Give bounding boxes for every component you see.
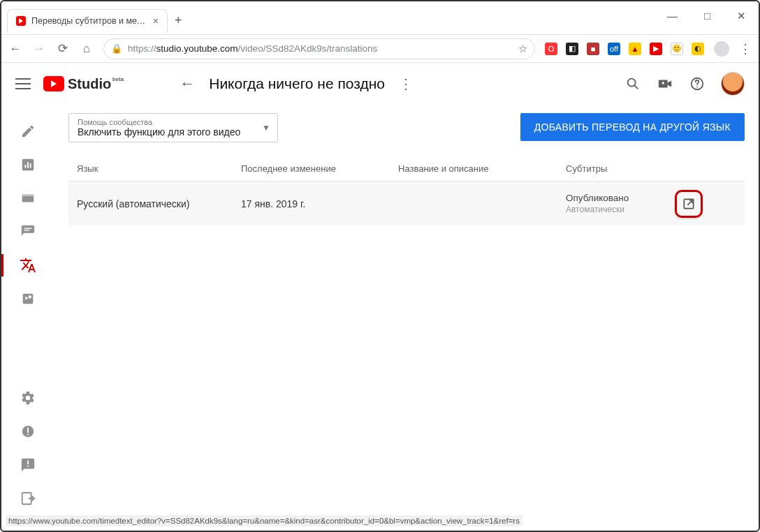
svg-rect-10 bbox=[30, 163, 31, 168]
search-icon[interactable] bbox=[624, 75, 641, 92]
window-close[interactable]: ✕ bbox=[737, 10, 746, 22]
extension-icon[interactable]: ▶ bbox=[650, 43, 662, 55]
table-row[interactable]: Русский (автоматически) 17 янв. 2019 г. … bbox=[68, 182, 745, 226]
svg-rect-24 bbox=[27, 461, 29, 465]
youtube-favicon bbox=[16, 16, 26, 26]
svg-rect-13 bbox=[24, 195, 25, 195]
extension-icon[interactable]: ▲ bbox=[629, 43, 641, 55]
nav-reload-icon[interactable]: ⟳ bbox=[56, 41, 70, 56]
svg-rect-16 bbox=[31, 195, 33, 195]
extension-icon[interactable]: ■ bbox=[587, 43, 599, 55]
svg-line-1 bbox=[634, 85, 638, 89]
sidebar-item-comments[interactable] bbox=[1, 215, 54, 249]
create-video-icon[interactable] bbox=[657, 75, 673, 92]
extension-icon[interactable]: 🙂 bbox=[671, 43, 683, 55]
tab-close-icon[interactable]: × bbox=[153, 15, 159, 27]
sidebar-item-settings[interactable] bbox=[1, 381, 54, 415]
svg-rect-22 bbox=[27, 428, 29, 433]
sidebar-item-whatsnew[interactable] bbox=[1, 415, 54, 448]
chevron-down-icon: ▼ bbox=[262, 123, 270, 133]
svg-rect-15 bbox=[29, 195, 30, 195]
add-translation-button[interactable]: ДОБАВИТЬ ПЕРЕВОД НА ДРУГОЙ ЯЗЫК bbox=[520, 113, 745, 141]
tab-title: Переводы субтитров и метадан... bbox=[31, 16, 147, 26]
bookmark-star-icon[interactable]: ☆ bbox=[518, 43, 527, 55]
sidebar-item-details[interactable] bbox=[1, 114, 54, 148]
sidebar-item-analytics[interactable] bbox=[1, 148, 54, 182]
status-bar-url: https://www.youtube.com/timedtext_editor… bbox=[6, 515, 522, 526]
dropdown-value: Включить функцию для этого видео bbox=[78, 126, 269, 138]
svg-rect-19 bbox=[23, 294, 34, 304]
channel-avatar[interactable] bbox=[721, 72, 745, 96]
main-content: Помощь сообщества Включить функцию для э… bbox=[54, 105, 759, 515]
window-maximize[interactable]: □ bbox=[704, 10, 710, 22]
nav-forward-icon[interactable]: → bbox=[32, 42, 46, 56]
extensions-area: O ◧ ■ off ▲ ▶ 🙂 ◐ bbox=[545, 43, 704, 55]
cell-subtitles: Опубликовано Автоматически bbox=[566, 193, 736, 214]
svg-point-25 bbox=[27, 466, 29, 467]
extension-icon[interactable]: ◐ bbox=[692, 43, 704, 55]
sidebar bbox=[1, 105, 54, 515]
browser-tabstrip: Переводы субтитров и метадан... × + bbox=[1, 7, 759, 35]
svg-rect-9 bbox=[27, 162, 29, 168]
window-minimize[interactable]: — bbox=[667, 10, 678, 22]
sidebar-item-feedback[interactable] bbox=[1, 448, 54, 482]
community-help-dropdown[interactable]: Помощь сообщества Включить функцию для э… bbox=[68, 113, 278, 142]
extension-icon[interactable]: O bbox=[545, 43, 557, 55]
open-external-icon bbox=[682, 197, 696, 211]
url-text: https://studio.youtube.com/video/SSd82AK… bbox=[128, 43, 377, 54]
svg-point-20 bbox=[28, 295, 31, 299]
page-title: Никогда ничего не поздно bbox=[209, 75, 385, 92]
studio-header: Studiobeta ← Никогда ничего не поздно ⋮ bbox=[1, 63, 759, 105]
sidebar-item-translations[interactable] bbox=[1, 249, 54, 282]
extension-icon[interactable]: off bbox=[608, 43, 620, 55]
svg-rect-4 bbox=[663, 82, 664, 84]
column-subtitles: Субтитры bbox=[566, 163, 736, 174]
sidebar-item-other[interactable] bbox=[1, 282, 54, 316]
studio-logo[interactable]: Studiobeta bbox=[43, 76, 111, 92]
browser-menu-icon[interactable]: ⋮ bbox=[739, 41, 752, 57]
cell-language: Русский (автоматически) bbox=[77, 198, 241, 209]
dropdown-label: Помощь сообщества bbox=[78, 118, 269, 126]
nav-home-icon[interactable]: ⌂ bbox=[80, 42, 94, 56]
svg-rect-14 bbox=[26, 195, 27, 195]
new-tab-button[interactable]: + bbox=[175, 13, 182, 28]
svg-rect-18 bbox=[24, 230, 29, 230]
svg-point-6 bbox=[696, 87, 698, 88]
studio-logo-text: Studiobeta bbox=[68, 76, 111, 92]
profile-avatar[interactable] bbox=[714, 41, 729, 57]
svg-rect-17 bbox=[24, 228, 32, 229]
youtube-logo-icon bbox=[43, 76, 64, 91]
svg-point-23 bbox=[27, 434, 29, 435]
table-header: Язык Последнее изменение Название и опис… bbox=[68, 156, 745, 182]
help-icon[interactable] bbox=[689, 75, 706, 92]
svg-point-0 bbox=[628, 79, 636, 87]
lock-icon: 🔒 bbox=[111, 43, 122, 54]
cell-modified: 17 янв. 2019 г. bbox=[241, 198, 398, 209]
column-title-desc: Название и описание bbox=[398, 163, 566, 174]
subtitle-status: Опубликовано bbox=[566, 193, 736, 203]
svg-rect-8 bbox=[24, 165, 26, 168]
subtitle-auto-label: Автоматически bbox=[566, 205, 736, 214]
omnibox[interactable]: 🔒 https://studio.youtube.com/video/SSd82… bbox=[103, 38, 535, 59]
column-modified: Последнее изменение bbox=[241, 163, 398, 174]
menu-burger-icon[interactable] bbox=[15, 78, 31, 89]
open-in-editor-button[interactable] bbox=[675, 190, 703, 218]
extension-icon[interactable]: ◧ bbox=[566, 43, 578, 55]
sidebar-item-classic[interactable] bbox=[1, 482, 54, 515]
more-options-icon[interactable]: ⋮ bbox=[399, 75, 413, 92]
back-arrow-icon[interactable]: ← bbox=[180, 75, 195, 93]
nav-back-icon[interactable]: ← bbox=[8, 42, 22, 56]
sidebar-item-editor[interactable] bbox=[1, 182, 54, 215]
browser-toolbar: ← → ⟳ ⌂ 🔒 https://studio.youtube.com/vid… bbox=[1, 35, 759, 63]
column-language: Язык bbox=[77, 163, 241, 174]
browser-tab[interactable]: Переводы субтитров и метадан... × bbox=[7, 9, 168, 33]
